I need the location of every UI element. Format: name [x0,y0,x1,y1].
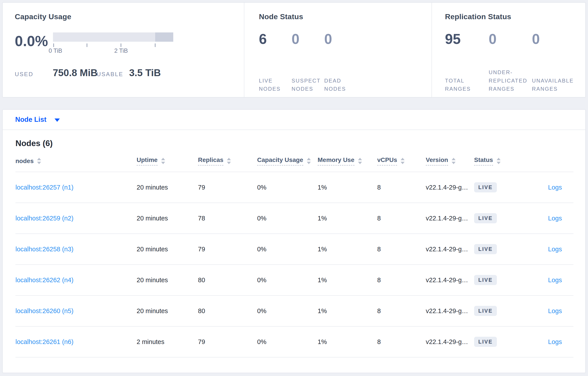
node-list-dropdown[interactable]: Node List [15,116,60,124]
memory-use-cell: 1% [318,184,377,191]
live-nodes-value: 6 [259,32,292,46]
total-ranges-value: 95 [445,32,489,46]
live-nodes-label: LIVE NODES [259,77,292,94]
axis-tick [53,43,54,47]
memory-use-cell: 1% [318,276,377,284]
table-row: localhost:26258 (n3) 20 minutes 79 0% 1%… [15,234,573,265]
version-cell: v22.1.4-29-g… [426,184,474,191]
axis-tick [155,43,155,47]
status-badge: LIVE [474,213,497,223]
table-row: localhost:26260 (n5) 20 minutes 80 0% 1%… [15,296,573,327]
axis-label-2tib: 2 TiB [114,47,128,54]
replicas-cell: 79 [198,184,257,191]
sort-icon [401,158,405,164]
vcpus-cell: 8 [377,276,426,284]
version-cell: v22.1.4-29-g… [426,307,474,315]
suspect-nodes-value: 0 [292,32,324,46]
capacity-used-usable-row: USED 750.8 MiB USABLE 3.5 TiB [15,67,244,78]
column-header-capacity-usage[interactable]: Capacity Usage [257,157,318,166]
capacity-bar-chart: 0 TiB 2 TiB [53,32,173,55]
version-cell: v22.1.4-29-g… [426,246,474,253]
column-header-uptime[interactable]: Uptime [137,157,198,166]
cluster-summary-card: Capacity Usage 0.0% 0 TiB 2 TiB [2,2,586,97]
logs-link[interactable]: Logs [548,215,562,222]
nodes-table-header: nodes Uptime Replicas Capacity Usage Mem… [15,157,573,172]
column-header-replicas[interactable]: Replicas [198,157,257,166]
logs-link[interactable]: Logs [548,184,562,191]
axis-tick [121,43,121,47]
version-cell: v22.1.4-29-g… [426,215,474,222]
dead-nodes-label: DEAD NODES [324,77,357,94]
under-replicated-ranges-value: 0 [489,32,532,46]
node-link[interactable]: localhost:26261 (n6) [15,338,74,345]
status-badge: LIVE [474,337,497,347]
suspect-nodes-stat: 0 SUSPECT NODES [292,27,324,94]
node-link[interactable]: localhost:26259 (n2) [15,215,74,222]
version-cell: v22.1.4-29-g… [426,276,474,284]
node-link[interactable]: localhost:26257 (n1) [15,184,74,191]
nodes-heading: Nodes (6) [15,139,573,148]
nodes-table-body: localhost:26257 (n1) 20 minutes 79 0% 1%… [15,172,573,357]
table-row: localhost:26257 (n1) 20 minutes 79 0% 1%… [15,172,573,203]
vcpus-cell: 8 [377,338,426,345]
version-cell: v22.1.4-29-g… [426,338,474,345]
capacity-usage-cell: 0% [257,215,318,222]
replicas-cell: 79 [198,246,257,253]
live-nodes-stat: 6 LIVE NODES [259,27,292,94]
uptime-cell: 20 minutes [137,215,198,222]
usable-value: 3.5 TiB [129,67,161,78]
dead-nodes-value: 0 [324,32,357,46]
capacity-usage-panel: Capacity Usage 0.0% 0 TiB 2 TiB [3,3,244,97]
suspect-nodes-label: SUSPECT NODES [292,77,324,94]
uptime-cell: 20 minutes [137,246,198,253]
status-badge: LIVE [474,244,497,254]
uptime-cell: 20 minutes [137,307,198,315]
status-badge: LIVE [474,275,497,285]
replicas-cell: 80 [198,307,257,315]
column-header-vcpus[interactable]: vCPUs [377,157,426,166]
column-header-status[interactable]: Status [474,157,523,166]
used-value: 750.8 MiB [53,67,97,78]
capacity-usage-cell: 0% [257,276,318,284]
column-header-nodes[interactable]: nodes [15,157,137,165]
status-badge: LIVE [474,306,497,316]
node-link[interactable]: localhost:26262 (n4) [15,276,74,283]
logs-link[interactable]: Logs [548,276,562,283]
status-badge: LIVE [474,182,497,192]
replicas-cell: 78 [198,215,257,222]
logs-link[interactable]: Logs [548,338,562,345]
used-label: USED [15,71,53,78]
table-row: localhost:26261 (n6) 2 minutes 79 0% 1% … [15,327,573,357]
logs-link[interactable]: Logs [548,307,562,314]
total-ranges-label: TOTAL RANGES [445,77,489,94]
table-row: localhost:26259 (n2) 20 minutes 78 0% 1%… [15,203,573,234]
logs-link[interactable]: Logs [548,246,562,253]
unavailable-ranges-label: UNAVAILABLE RANGES [532,77,580,94]
vcpus-cell: 8 [377,246,426,253]
capacity-percent-value: 0.0% [15,34,53,48]
unavailable-ranges-value: 0 [532,32,580,46]
memory-use-cell: 1% [318,307,377,315]
capacity-bar-reserved-segment [155,32,173,42]
column-header-version[interactable]: Version [426,157,474,166]
uptime-cell: 2 minutes [137,338,198,345]
replication-status-title: Replication Status [445,12,585,21]
memory-use-cell: 1% [318,215,377,222]
capacity-axis-ticks [53,42,173,47]
node-status-title: Node Status [259,12,431,21]
usable-label: USABLE [97,71,129,78]
replicas-cell: 79 [198,338,257,345]
column-header-memory-use[interactable]: Memory Use [318,157,377,166]
capacity-bar [53,32,173,42]
replicas-cell: 80 [198,276,257,284]
uptime-cell: 20 minutes [137,276,198,284]
memory-use-cell: 1% [318,338,377,345]
node-list-dropdown-label: Node List [15,116,46,124]
node-link[interactable]: localhost:26258 (n3) [15,246,74,253]
vcpus-cell: 8 [377,307,426,315]
under-replicated-ranges-label: UNDER- REPLICATED RANGES [489,68,532,94]
vcpus-cell: 8 [377,215,426,222]
sort-icon [497,158,501,164]
node-link[interactable]: localhost:26260 (n5) [15,307,74,314]
node-list-card: Node List Nodes (6) nodes Uptime Replica… [2,109,586,373]
